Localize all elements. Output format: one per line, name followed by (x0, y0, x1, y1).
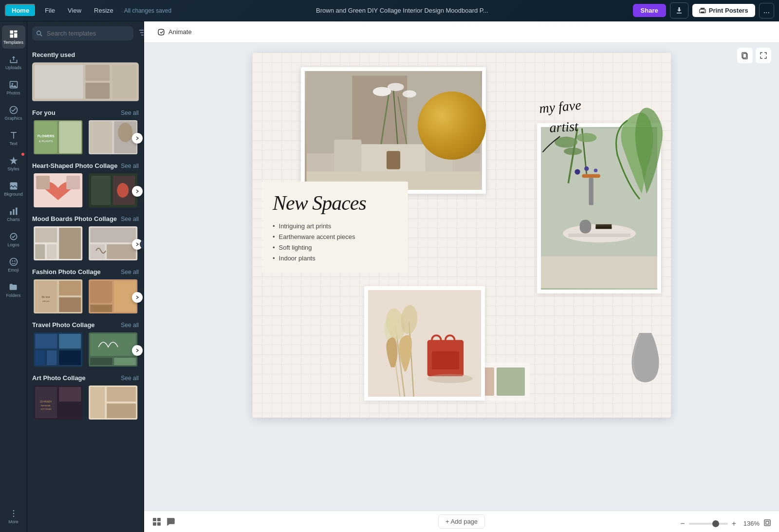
templates-scroll: Recently used For you See all (27, 45, 144, 532)
svg-rect-80 (59, 404, 81, 418)
zoom-out-button[interactable]: − (680, 519, 685, 528)
fashion-section: Be love with you (32, 279, 139, 315)
sidebar-item-templates[interactable]: Templates (2, 25, 25, 49)
photo-bottom-items[interactable] (364, 286, 485, 401)
template-item-recent[interactable] (32, 62, 139, 103)
svg-point-18 (14, 260, 16, 262)
search-input[interactable] (32, 26, 133, 40)
resize-menu[interactable]: Resize (90, 5, 117, 16)
animate-button[interactable]: Animate (152, 25, 197, 39)
more-options-button[interactable]: ... (759, 3, 774, 18)
svg-rect-137 (157, 518, 161, 521)
heart-shaped-next[interactable] (132, 186, 143, 197)
mood-boards-section: ‹ (32, 226, 139, 262)
share-button[interactable]: Share (633, 4, 666, 17)
svg-rect-2 (701, 11, 704, 13)
zoom-slider-thumb[interactable] (712, 520, 719, 527)
expand-button[interactable] (756, 48, 771, 63)
svg-point-114 (575, 169, 580, 174)
fashion-next[interactable] (132, 292, 143, 303)
home-button[interactable]: Home (5, 4, 36, 17)
print-button[interactable]: Print Posters (692, 4, 755, 17)
chevron-right-icon (135, 136, 140, 141)
template-item-travel2[interactable] (87, 332, 139, 368)
fit-page-icon (763, 519, 771, 527)
comment-button[interactable] (166, 517, 175, 528)
art-see-all[interactable]: See all (121, 375, 139, 382)
sidebar-item-graphics[interactable]: Graphics (2, 101, 25, 125)
heart-shaped-see-all[interactable]: See all (121, 163, 139, 169)
recently-used-title: Recently used (32, 51, 75, 58)
copy-button[interactable] (737, 48, 753, 63)
svg-rect-7 (14, 33, 17, 37)
for-you-see-all[interactable]: See all (121, 110, 139, 116)
template-item-fashion1[interactable]: Be love with you (32, 279, 84, 315)
mood-boards-see-all[interactable]: See all (121, 216, 139, 222)
heart-shaped-section (32, 173, 139, 209)
art-header: Art Photo Collage See all (32, 374, 139, 382)
sidebar-styles-label: Styles (7, 166, 19, 171)
svg-rect-49 (35, 228, 57, 242)
canvas-scroll[interactable]: my fave artist (144, 43, 779, 511)
sidebar-item-folders[interactable]: Folders (2, 278, 25, 302)
template-item-art2[interactable] (87, 385, 139, 422)
file-menu[interactable]: File (41, 5, 59, 16)
svg-point-17 (12, 260, 13, 262)
svg-text:artist: artist (549, 119, 579, 135)
sidebar-item-bkground[interactable]: Bkground (2, 177, 25, 201)
sidebar-item-text[interactable]: Text (2, 127, 25, 150)
template-item-person[interactable] (87, 120, 139, 156)
template-item-fashion2[interactable] (87, 279, 139, 315)
sidebar-item-logos[interactable]: Logos (2, 228, 25, 251)
template-item-heart2[interactable] (87, 173, 139, 209)
template-item-travel1[interactable] (32, 332, 84, 368)
for-you-next[interactable] (132, 133, 143, 144)
template-item-art1[interactable]: 23 HANDY BIRTHDAY GIFT IDEAS (32, 385, 84, 422)
sidebar-uploads-label: Uploads (5, 65, 21, 70)
svg-rect-86 (107, 387, 136, 402)
sidebar-item-photos[interactable]: Photos (2, 76, 25, 99)
svg-line-23 (40, 35, 42, 36)
svg-rect-85 (90, 387, 105, 418)
svg-rect-4 (10, 31, 13, 34)
template-item-flowers[interactable]: FLOWERS & PLANTS (32, 120, 84, 156)
svg-point-47 (117, 183, 129, 198)
add-page-button[interactable]: + Add page (438, 514, 485, 529)
svg-point-135 (427, 374, 473, 383)
for-you-grid: FLOWERS & PLANTS (32, 120, 139, 156)
svg-rect-118 (568, 234, 630, 237)
animate-label: Animate (168, 28, 192, 36)
swatch-sage (497, 367, 525, 396)
download-button[interactable] (670, 2, 688, 18)
svg-rect-28 (35, 65, 83, 99)
sidebar-item-more[interactable]: More (2, 505, 25, 528)
comment-icon (166, 517, 175, 527)
template-item-mood1[interactable] (32, 226, 84, 262)
fit-page-button[interactable] (763, 519, 771, 528)
fashion-see-all[interactable]: See all (121, 269, 139, 275)
sidebar-item-styles[interactable]: Styles (2, 152, 25, 175)
travel-next[interactable] (132, 345, 143, 356)
filter-button[interactable] (136, 26, 144, 40)
zoom-slider[interactable] (689, 523, 728, 525)
items-image (368, 290, 481, 397)
template-item-heart1[interactable] (32, 173, 84, 209)
sidebar-more-label: More (8, 519, 19, 524)
svg-rect-64 (90, 281, 112, 303)
zoom-level: 136% (740, 520, 760, 527)
svg-rect-43 (66, 176, 80, 189)
svg-rect-52 (59, 228, 81, 259)
travel-see-all[interactable]: See all (121, 322, 139, 329)
zoom-in-button[interactable]: + (732, 519, 736, 528)
sidebar-item-charts[interactable]: Charts (2, 202, 25, 226)
chevron-right-icon5 (135, 348, 140, 353)
chevron-right-icon4 (135, 295, 140, 300)
topbar: Home File View Resize All changes saved … (0, 0, 779, 21)
sidebar-item-emoji[interactable]: Emoji (2, 253, 25, 276)
svg-rect-121 (595, 226, 612, 229)
svg-rect-76 (114, 358, 136, 365)
view-menu[interactable]: View (64, 5, 85, 16)
template-item-mood2[interactable] (87, 226, 139, 262)
sidebar-item-uploads[interactable]: Uploads (2, 51, 25, 74)
grid-view-button[interactable] (152, 517, 162, 528)
